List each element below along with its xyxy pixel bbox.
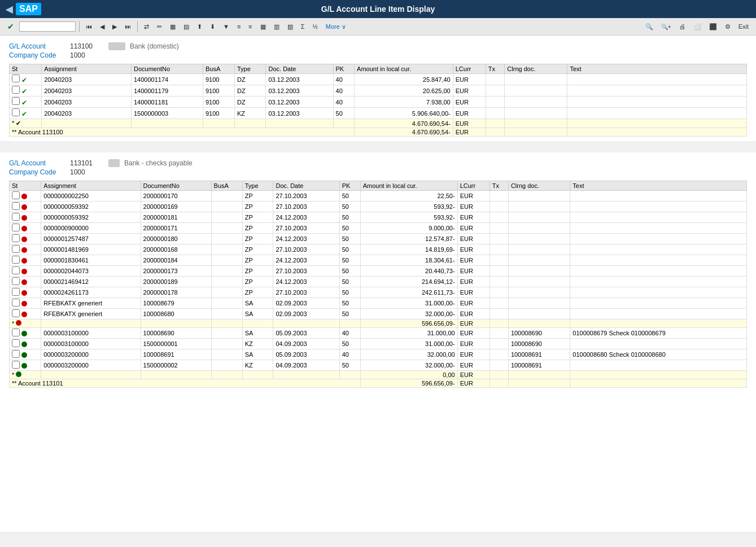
sort-button[interactable]: ½	[310, 21, 321, 32]
search-button[interactable]: 🔍	[643, 21, 656, 32]
table-row[interactable]: 0000003100000 1500000001 KZ 04.09.2003 5…	[10, 339, 747, 349]
td-docno: 2000000171	[141, 223, 211, 234]
td-lcurr: EUR	[457, 349, 490, 360]
td-text: 0100008679 Scheck 0100008679	[570, 328, 747, 339]
next-page-button[interactable]: ▶	[110, 21, 120, 32]
edit-button[interactable]: ✏	[154, 21, 165, 32]
print-button[interactable]: 🖨	[676, 21, 688, 32]
row-checkbox[interactable]	[12, 202, 20, 210]
last-page-button[interactable]: ⏭	[122, 21, 134, 32]
td-busa	[211, 360, 242, 371]
row-checkbox[interactable]	[12, 339, 20, 347]
subtotal-docno	[131, 119, 203, 128]
row-checkbox[interactable]	[12, 224, 20, 231]
td-st	[10, 277, 41, 287]
td-tx	[490, 339, 508, 349]
td-st: ✔	[10, 97, 42, 108]
table-row[interactable]: ✔ 20040203 1400001181 9100 DZ 03.12.2003…	[10, 97, 747, 108]
table-row[interactable]: 0000003100000 100008690 SA 05.09.2003 40…	[10, 328, 747, 339]
table-row[interactable]: 0000000900000 2000000171 ZP 27.10.2003 5…	[10, 223, 747, 234]
table-row[interactable]: RFEBKATX generiert 100008680 SA 02.09.20…	[10, 309, 747, 320]
table-row[interactable]: 0000003200000 100008691 SA 05.09.2003 40…	[10, 349, 747, 360]
row-checkbox[interactable]	[12, 75, 20, 82]
align-left-button[interactable]: ≡	[234, 21, 243, 32]
td-type: ZP	[242, 244, 273, 255]
td-lcurr: EUR	[457, 277, 490, 287]
download-button[interactable]: ⬇	[207, 21, 218, 32]
td-clrng	[505, 85, 567, 97]
table-row[interactable]: 0000001481969 2000000168 ZP 27.10.2003 5…	[10, 244, 747, 255]
td-amount: 20.440,73-	[360, 266, 457, 277]
row-checkbox[interactable]	[12, 191, 20, 199]
row-checkbox[interactable]	[12, 361, 20, 369]
row-checkbox[interactable]	[12, 350, 20, 358]
table-row[interactable]: ✔ 20040203 1500000003 9100 KZ 03.12.2003…	[10, 108, 747, 119]
sync-button[interactable]: ⇄	[141, 21, 152, 32]
table-row[interactable]: 0000000059392 2000000181 ZP 24.12.2003 5…	[10, 212, 747, 223]
td-pk: 40	[333, 74, 355, 85]
upload-button[interactable]: ⬆	[194, 21, 205, 32]
variant-dropdown[interactable]	[19, 21, 76, 32]
td-st: ✔	[10, 74, 42, 85]
table-row[interactable]: RFEBKATX generiert 100008679 SA 02.09.20…	[10, 298, 747, 309]
td-type: ZP	[242, 255, 273, 266]
table-row[interactable]: 0000002044073 2000000173 ZP 27.10.2003 5…	[10, 266, 747, 277]
filter-button[interactable]: ▼	[220, 21, 232, 32]
table-row[interactable]: 0000000002250 2000000170 ZP 27.10.2003 5…	[10, 191, 747, 202]
search2-button[interactable]: 🔍+	[658, 22, 674, 32]
table-row[interactable]: ✔ 20040203 1400001174 9100 DZ 03.12.2003…	[10, 74, 747, 85]
table-row[interactable]: ✔ 20040203 1400001179 9100 DZ 03.12.2003…	[10, 85, 747, 97]
td-assign: 0000003200000	[41, 360, 141, 371]
td-docno: 2000000178	[141, 287, 211, 298]
grid1-button[interactable]: ▦	[167, 21, 178, 32]
td-amount: 242.611,73-	[360, 287, 457, 298]
confirm-button[interactable]: ✔	[5, 20, 17, 33]
red-dot-icon	[21, 279, 27, 285]
window2-button[interactable]: ⬛	[706, 21, 720, 32]
sum-button[interactable]: Σ	[298, 21, 308, 32]
table-row[interactable]: 0000021469412 2000000189 ZP 24.12.2003 5…	[10, 277, 747, 287]
td-pk: 50	[339, 266, 360, 277]
window1-button[interactable]: ⬜	[691, 21, 704, 32]
columns2-button[interactable]: ▥	[271, 21, 282, 32]
back-button[interactable]: ◀	[6, 4, 12, 15]
td-lcurr: EUR	[457, 360, 490, 371]
td-date: 27.10.2003	[273, 191, 339, 202]
table-row[interactable]: 0000001830461 2000000184 ZP 24.12.2003 5…	[10, 255, 747, 266]
th-text-1: Text	[567, 64, 747, 74]
td-date: 27.10.2003	[273, 287, 339, 298]
row-checkbox[interactable]	[12, 245, 20, 253]
row-checkbox[interactable]	[12, 309, 20, 317]
exit-button[interactable]: Exit	[736, 21, 751, 32]
account2-gl-value: 113101	[70, 159, 104, 167]
red-dot-subtotal-icon	[16, 320, 21, 326]
row-checkbox[interactable]	[12, 108, 20, 116]
table-row[interactable]: 0000024261173 2000000178 ZP 27.10.2003 5…	[10, 287, 747, 298]
columns3-button[interactable]: ▧	[285, 21, 296, 32]
table-row[interactable]: 0000003200000 1500000002 KZ 04.09.2003 5…	[10, 360, 747, 371]
row-checkbox[interactable]	[12, 86, 20, 94]
row-checkbox[interactable]	[12, 266, 20, 274]
account1-total-amount: 4.670.690,54-	[355, 128, 453, 137]
more-button[interactable]: More ∨	[323, 21, 349, 32]
row-checkbox[interactable]	[12, 299, 20, 307]
td-date: 03.12.2003	[266, 108, 333, 119]
grid2-button[interactable]: ▤	[181, 21, 192, 32]
row-checkbox[interactable]	[12, 277, 20, 285]
first-page-button[interactable]: ⏮	[83, 21, 95, 32]
row-checkbox[interactable]	[12, 288, 20, 296]
row-checkbox[interactable]	[12, 213, 20, 221]
th-assign-1: Assignment	[42, 64, 132, 74]
settings-button[interactable]: ⚙	[722, 21, 733, 32]
prev-page-button[interactable]: ◀	[97, 21, 107, 32]
td-st: ✔	[10, 108, 42, 119]
row-checkbox[interactable]	[12, 256, 20, 264]
align-right-button[interactable]: ≡	[246, 21, 255, 32]
row-checkbox[interactable]	[12, 329, 20, 336]
table-row[interactable]: 0000000059392 2000000169 ZP 27.10.2003 5…	[10, 202, 747, 212]
columns1-button[interactable]: ▦	[257, 21, 269, 32]
table-row[interactable]: 0000001257487 2000000180 ZP 24.12.2003 5…	[10, 234, 747, 244]
row-checkbox[interactable]	[12, 97, 20, 105]
row-checkbox[interactable]	[12, 234, 20, 242]
td-clrng	[508, 255, 570, 266]
